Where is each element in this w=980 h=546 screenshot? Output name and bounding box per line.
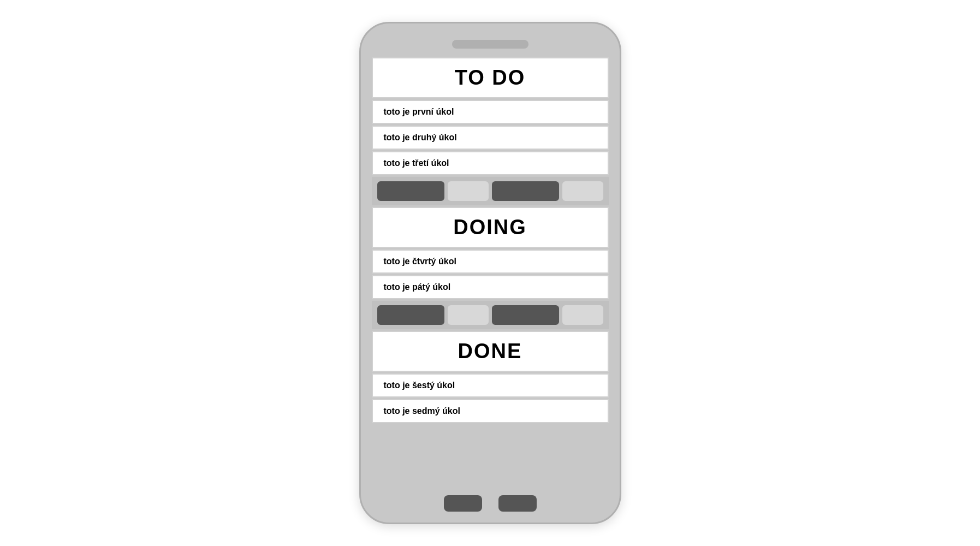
spacer-light xyxy=(448,181,488,201)
spacer-dark xyxy=(377,181,445,201)
doing-header-text: DOING xyxy=(453,216,527,239)
task-text: toto je sedmý úkol xyxy=(384,406,460,416)
task-item[interactable]: toto je sedmý úkol xyxy=(372,399,609,423)
task-item[interactable]: toto je třetí úkol xyxy=(372,151,609,175)
phone-top-bar xyxy=(452,40,528,49)
task-text: toto je pátý úkol xyxy=(384,282,451,292)
bottom-btn-right xyxy=(498,495,537,512)
done-header: DONE xyxy=(372,331,609,372)
todo-header: TO DO xyxy=(372,57,609,98)
phone-content: TO DO toto je první úkol toto je druhý ú… xyxy=(372,57,609,489)
task-item[interactable]: toto je první úkol xyxy=(372,100,609,124)
task-item[interactable]: toto je pátý úkol xyxy=(372,275,609,299)
todo-header-text: TO DO xyxy=(455,66,526,89)
task-item[interactable]: toto je druhý úkol xyxy=(372,126,609,150)
spacer-light xyxy=(562,305,603,325)
spacer-dark xyxy=(492,181,560,201)
task-text: toto je první úkol xyxy=(384,107,454,116)
task-item[interactable]: toto je čtvrtý úkol xyxy=(372,250,609,274)
task-text: toto je druhý úkol xyxy=(384,133,457,142)
spacer-light xyxy=(562,181,603,201)
task-item[interactable]: toto je šestý úkol xyxy=(372,373,609,397)
doing-header: DOING xyxy=(372,207,609,248)
bottom-btn-left xyxy=(444,495,482,512)
spacer-doing xyxy=(372,301,609,329)
spacer-dark xyxy=(492,305,560,325)
spacer-light xyxy=(448,305,488,325)
task-text: toto je čtvrtý úkol xyxy=(384,257,456,266)
task-text: toto je šestý úkol xyxy=(384,381,455,390)
done-header-text: DONE xyxy=(458,340,522,363)
task-text: toto je třetí úkol xyxy=(384,158,449,168)
phone-frame: TO DO toto je první úkol toto je druhý ú… xyxy=(359,22,621,524)
spacer-dark xyxy=(377,305,445,325)
spacer-todo xyxy=(372,177,609,205)
phone-bottom-bar xyxy=(444,495,537,512)
